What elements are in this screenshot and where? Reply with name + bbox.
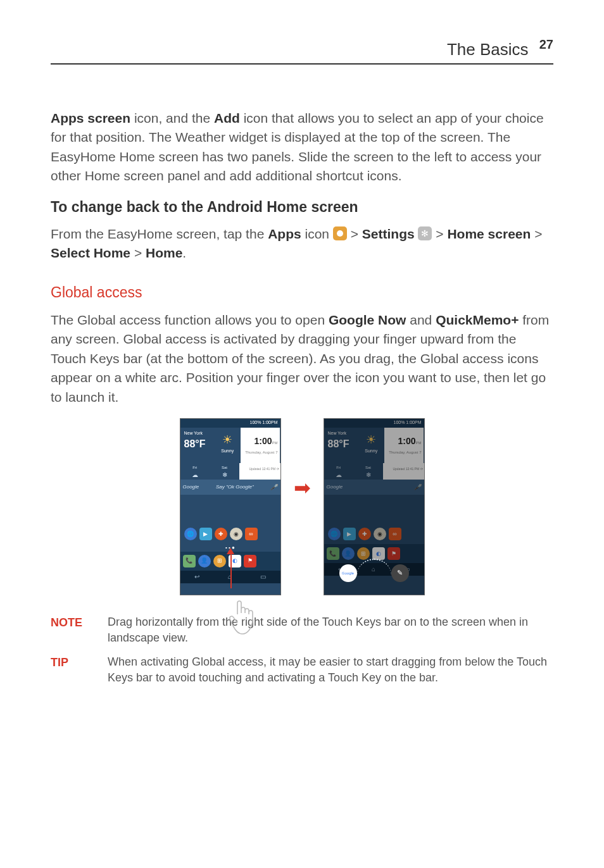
bold-add: Add	[214, 111, 240, 125]
settings-icon	[418, 226, 432, 240]
recent-key-icon: ▭	[260, 573, 266, 582]
hand-gesture-icon	[226, 595, 261, 651]
tip-block: TIP When activating Global access, it ma…	[51, 654, 553, 686]
tip-label: TIP	[51, 654, 95, 686]
bold-apps-screen: Apps screen	[51, 111, 130, 125]
phone-app-icon: 📞	[183, 555, 196, 567]
note-block: NOTE Drag horizontally from the right si…	[51, 614, 553, 646]
play-icon: ▶	[199, 528, 212, 540]
global-access-arc: Google ✎	[324, 557, 424, 586]
phone-screenshot-before: 100% 1:00PM New York 88°F ☀Sunny 1:00PM …	[180, 418, 281, 595]
heading-global-access: Global access	[51, 282, 553, 303]
camera-icon: ◉	[230, 528, 242, 540]
contacts-icon: 👤	[198, 555, 211, 567]
note-text: Drag horizontally from the right side of…	[108, 614, 553, 646]
globe-icon: 🌐	[184, 528, 197, 540]
bold-apps: Apps	[268, 226, 301, 241]
bold-quickmemo: QuickMemo+	[436, 313, 519, 327]
paragraph-change-back: From the EasyHome screen, tap the Apps i…	[51, 225, 553, 263]
bold-select-home: Select Home	[51, 245, 130, 260]
subheading-change-back: To change back to the Android Home scree…	[51, 197, 553, 218]
note-label: NOTE	[51, 614, 95, 646]
bold-settings: Settings	[362, 226, 415, 241]
app-shortcut-row: 🌐 ▶ ✚ ◉ ∞	[180, 524, 280, 544]
paragraph-apps-screen: Apps screen icon, and the Add icon that …	[51, 109, 553, 186]
phone-screenshot-after: 100% 1:00PM New York88°F ☀Sunny 1:00PMTh…	[324, 418, 425, 595]
google-now-bubble: Google	[339, 564, 357, 582]
swipe-indicator-arrow	[227, 548, 234, 554]
sun-icon: ☀	[214, 431, 241, 448]
gallery-icon: ⚑	[244, 555, 256, 567]
apps-drawer-icon: ⊞	[213, 555, 226, 567]
plus-icon: ✚	[215, 528, 227, 540]
paragraph-global-access: The Global access function allows you to…	[51, 311, 553, 407]
swipe-indicator-line	[230, 550, 232, 588]
arrow-right-icon: ➡	[294, 473, 311, 502]
bold-google-now: Google Now	[329, 313, 406, 327]
google-search-bar: Google Say "Ok Google" 🎤	[180, 480, 280, 495]
infinity-icon: ∞	[245, 528, 258, 540]
status-bar: 100% 1:00PM	[180, 419, 280, 428]
quickmemo-bubble: ✎	[391, 564, 409, 582]
tip-text: When activating Global access, it may be…	[108, 654, 553, 686]
page-header: The Basics 27	[51, 38, 553, 65]
apps-icon	[333, 226, 347, 240]
back-key-icon: ↩	[194, 573, 199, 582]
figure-global-access: 100% 1:00PM New York 88°F ☀Sunny 1:00PM …	[51, 418, 553, 595]
section-title: The Basics	[447, 40, 529, 59]
bold-home: Home	[146, 245, 182, 260]
mic-icon: 🎤	[270, 483, 277, 492]
bold-home-screen: Home screen	[447, 226, 531, 241]
weather-widget: New York 88°F ☀Sunny 1:00PM Thursday, Au…	[180, 428, 280, 463]
page-number: 27	[539, 37, 553, 51]
